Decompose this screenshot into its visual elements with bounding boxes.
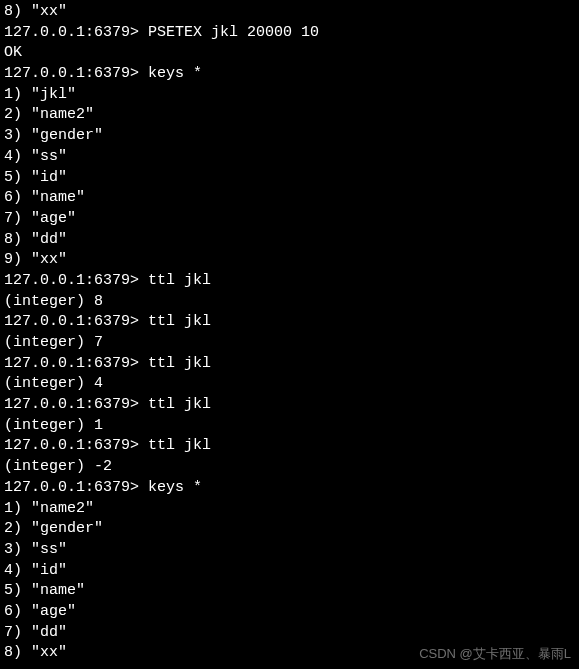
- terminal-line: 127.0.0.1:6379> ttl jkl: [4, 312, 575, 333]
- terminal-line: 1) "jkl": [4, 85, 575, 106]
- terminal-line: 127.0.0.1:6379> keys *: [4, 64, 575, 85]
- terminal-line: 3) "gender": [4, 126, 575, 147]
- terminal-line: OK: [4, 43, 575, 64]
- terminal-line: (integer) -2: [4, 457, 575, 478]
- terminal-line: 127.0.0.1:6379> ttl jkl: [4, 436, 575, 457]
- terminal-line: 3) "ss": [4, 540, 575, 561]
- watermark: CSDN @艾卡西亚、暴雨L: [419, 645, 571, 663]
- terminal-line: 127.0.0.1:6379> keys *: [4, 478, 575, 499]
- terminal-line: (integer) 7: [4, 333, 575, 354]
- terminal-line: (integer) 8: [4, 292, 575, 313]
- terminal-output[interactable]: 8) "xx"127.0.0.1:6379> PSETEX jkl 20000 …: [4, 2, 575, 664]
- terminal-line: (integer) 1: [4, 416, 575, 437]
- terminal-line: 4) "ss": [4, 147, 575, 168]
- terminal-line: 1) "name2": [4, 499, 575, 520]
- terminal-line: 4) "id": [4, 561, 575, 582]
- terminal-line: 6) "name": [4, 188, 575, 209]
- terminal-line: 8) "dd": [4, 230, 575, 251]
- terminal-line: 2) "name2": [4, 105, 575, 126]
- terminal-line: 6) "age": [4, 602, 575, 623]
- terminal-line: (integer) 4: [4, 374, 575, 395]
- terminal-line: 127.0.0.1:6379> ttl jkl: [4, 395, 575, 416]
- terminal-line: 127.0.0.1:6379> ttl jkl: [4, 354, 575, 375]
- terminal-line: 2) "gender": [4, 519, 575, 540]
- terminal-line: 8) "xx": [4, 2, 575, 23]
- terminal-line: 9) "xx": [4, 250, 575, 271]
- terminal-line: 7) "dd": [4, 623, 575, 644]
- terminal-line: 7) "age": [4, 209, 575, 230]
- terminal-line: 127.0.0.1:6379> ttl jkl: [4, 271, 575, 292]
- terminal-line: 127.0.0.1:6379> PSETEX jkl 20000 10: [4, 23, 575, 44]
- terminal-line: 5) "name": [4, 581, 575, 602]
- terminal-line: 5) "id": [4, 168, 575, 189]
